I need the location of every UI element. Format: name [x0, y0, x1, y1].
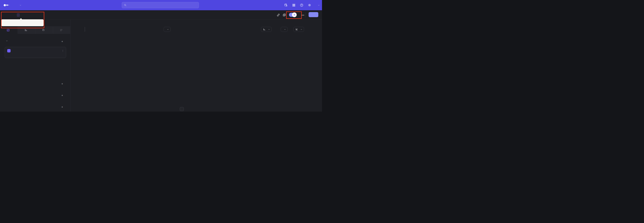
scale-dropdown[interactable] — [261, 27, 272, 32]
chevron-down-icon — [301, 28, 302, 30]
add-filter-button[interactable]: + — [60, 94, 64, 97]
save-button[interactable] — [308, 12, 318, 17]
ellipsis-icon: ••• — [301, 14, 304, 16]
chevron-down-icon — [284, 28, 286, 30]
search-icon — [124, 4, 126, 6]
legend-swatch — [196, 36, 198, 38]
funnels-icon — [24, 29, 27, 31]
chevron-down-icon — [268, 28, 270, 30]
chevron-down-icon — [6, 40, 8, 41]
link-icon — [277, 14, 280, 17]
linear-scale-icon — [263, 28, 266, 31]
chevron-down-icon — [20, 4, 21, 6]
lightning-bolt-icon — [293, 14, 296, 16]
chevron-down-icon — [318, 4, 320, 6]
line-chart-icon — [296, 28, 298, 31]
data-management-icon[interactable] — [282, 0, 290, 10]
more-options-button[interactable]: ••• — [300, 13, 305, 17]
project-selector[interactable] — [315, 5, 319, 6]
settings-gear-icon[interactable] — [306, 0, 314, 10]
query-sidebar: + ⋮ + + + — [0, 20, 70, 112]
toggle-knob — [292, 13, 297, 17]
compare-dropdown[interactable] — [164, 27, 170, 32]
add-to-board-button[interactable] — [282, 13, 286, 17]
pagination-page-1[interactable] — [180, 107, 184, 111]
tab-flows[interactable] — [36, 26, 53, 34]
nav-reports[interactable] — [19, 5, 21, 6]
interval-dropdown[interactable] — [281, 27, 288, 32]
report-type-tabs — [0, 26, 70, 34]
mixpanel-insights-app: ? — [0, 0, 322, 112]
line-chart[interactable] — [85, 39, 310, 106]
date-range-control — [85, 27, 85, 32]
sampling-toggle[interactable] — [289, 13, 296, 17]
insights-icon — [7, 29, 10, 32]
help-icon[interactable]: ? — [298, 0, 306, 10]
top-navbar: ? — [0, 0, 322, 10]
main-nav — [13, 0, 32, 10]
chart-panel — [70, 20, 322, 112]
retention-icon — [60, 29, 62, 31]
flows-icon — [42, 29, 45, 31]
chart-type-dropdown[interactable] — [293, 27, 304, 32]
events-cohorts-header[interactable] — [5, 40, 8, 41]
add-breakdown-button[interactable]: + — [60, 105, 64, 109]
apps-grid-icon[interactable] — [290, 0, 298, 10]
tab-funnels[interactable] — [18, 26, 36, 34]
add-formula-button[interactable]: + — [60, 82, 64, 86]
add-event-button[interactable]: + — [60, 40, 64, 43]
tab-retention[interactable] — [53, 26, 71, 34]
report-header-bar — [0, 10, 322, 20]
event-kebab-menu[interactable]: ⋮ — [62, 49, 64, 52]
search-input[interactable] — [122, 2, 199, 8]
header-divider — [306, 12, 306, 18]
sampling-tooltip — [1, 19, 44, 26]
event-letter-badge — [7, 49, 10, 52]
chart-legend[interactable] — [85, 36, 310, 38]
sampled-badge[interactable] — [17, 13, 20, 17]
chevron-down-icon — [167, 28, 168, 30]
add-to-board-icon — [282, 13, 286, 17]
svg-text:?: ? — [301, 4, 302, 6]
content-area: + ⋮ + + + — [0, 20, 322, 112]
event-card[interactable]: ⋮ — [5, 47, 66, 58]
mixpanel-logo-icon[interactable] — [4, 4, 9, 6]
tab-insights[interactable] — [0, 26, 18, 34]
navbar-right: ? — [282, 0, 322, 10]
copy-link-button[interactable] — [276, 13, 280, 17]
